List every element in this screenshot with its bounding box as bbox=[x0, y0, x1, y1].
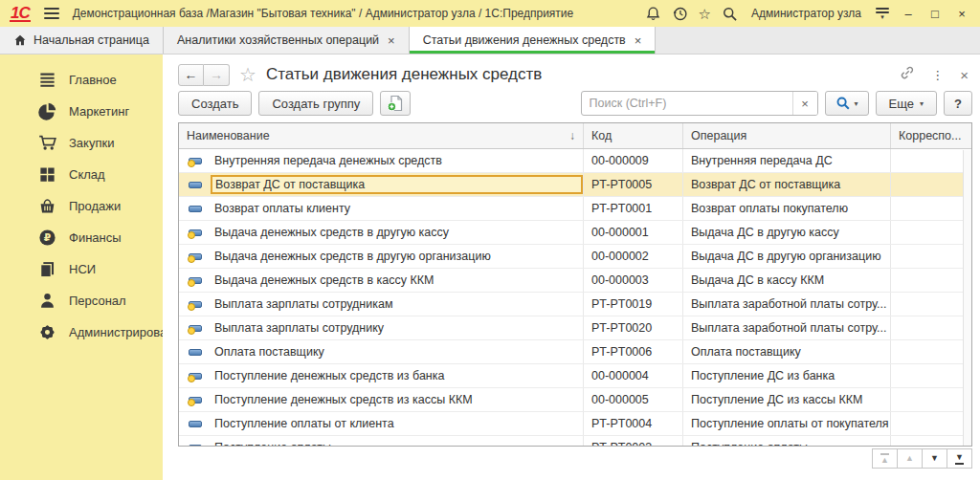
table-row[interactable]: Выплата зарплаты сотруднику PT-PT0020 Вы… bbox=[179, 316, 971, 340]
sidebar-item-finance[interactable]: ₽ Финансы bbox=[0, 222, 163, 253]
service-menu-icon[interactable]: ▾ bbox=[875, 8, 890, 19]
column-header-correspondence[interactable]: Корреспо... bbox=[891, 123, 971, 148]
table-row-selected[interactable]: Возврат ДС от поставщика PT-PT0005 Возвр… bbox=[179, 173, 971, 197]
item-name: Возврат оплаты клиенту bbox=[211, 200, 583, 217]
create-by-copy-button[interactable] bbox=[380, 91, 411, 116]
forward-button[interactable]: → bbox=[204, 64, 230, 86]
item-code: PT-PT0005 bbox=[584, 173, 683, 196]
sidebar-item-nsi[interactable]: НСИ bbox=[0, 253, 163, 285]
more-button[interactable]: Еще ▾ bbox=[876, 91, 937, 116]
name-cell: Выдача денежных средств в другую организ… bbox=[179, 245, 584, 268]
catalog-item-icon bbox=[189, 206, 202, 212]
table-row[interactable]: Поступление оплаты PT-PT0003 Поступление… bbox=[179, 436, 971, 447]
sidebar-item-sales[interactable]: Продажи bbox=[0, 190, 163, 222]
name-cell: Выплата зарплаты сотрудникам bbox=[179, 293, 584, 316]
tab-home[interactable]: Начальная страница bbox=[0, 27, 164, 54]
scroll-down-button[interactable]: ▼ bbox=[922, 448, 947, 469]
table-row[interactable]: Оплата поставщику PT-PT0006 Оплата поста… bbox=[179, 340, 971, 364]
help-button[interactable]: ? bbox=[944, 91, 972, 116]
item-operation: Возврат оплаты покупателю bbox=[683, 197, 891, 220]
sidebar-item-main[interactable]: Главное bbox=[0, 64, 163, 96]
main-menu-icon[interactable] bbox=[44, 8, 59, 19]
sidebar-item-personnel[interactable]: Персонал bbox=[0, 285, 163, 316]
notifications-bell-icon[interactable] bbox=[645, 5, 662, 22]
catalog-item-icon bbox=[189, 325, 202, 332]
item-code: PT-PT0001 bbox=[584, 197, 683, 220]
back-button[interactable]: ← bbox=[178, 64, 204, 86]
name-cell: Поступление оплаты bbox=[179, 436, 584, 447]
clear-search-icon[interactable]: × bbox=[792, 92, 817, 115]
sidebar-item-warehouse[interactable]: Склад bbox=[0, 159, 163, 190]
item-operation: Поступление оплаты от покупателя bbox=[683, 412, 891, 435]
person-icon bbox=[38, 292, 56, 310]
chevron-down-icon: ▾ bbox=[920, 99, 924, 108]
table-row[interactable]: Выплата зарплаты сотрудникам PT-PT0019 В… bbox=[179, 293, 971, 316]
maximize-button[interactable]: □ bbox=[926, 7, 944, 21]
sidebar-item-administration[interactable]: Администрирование bbox=[0, 316, 163, 348]
close-tab-icon[interactable]: × bbox=[635, 33, 642, 48]
sidebar-item-label: Закупки bbox=[69, 136, 114, 150]
table-row[interactable]: Поступление денежных средств из кассы КК… bbox=[179, 388, 971, 412]
tab-cash-flow-items[interactable]: Статьи движения денежных средств × bbox=[410, 27, 657, 54]
get-link-icon[interactable] bbox=[900, 65, 915, 84]
close-window-button[interactable]: × bbox=[953, 7, 970, 21]
item-operation: Выдача ДС в другую кассу bbox=[683, 221, 891, 244]
favorite-star-icon[interactable]: ☆ bbox=[239, 65, 256, 84]
history-icon[interactable] bbox=[672, 5, 689, 22]
item-name: Выдача денежных средств в кассу ККМ bbox=[211, 272, 583, 289]
item-operation: Выдача ДС в кассу ККМ bbox=[683, 269, 891, 292]
minimize-button[interactable]: – bbox=[900, 7, 917, 21]
chevron-down-icon: ▾ bbox=[855, 99, 858, 108]
vertical-scrollbar[interactable] bbox=[963, 150, 971, 446]
sidebar-item-label: Финансы bbox=[69, 230, 122, 245]
item-correspondence bbox=[891, 316, 971, 339]
favorites-star-icon[interactable]: ☆ bbox=[699, 7, 711, 21]
column-header-operation[interactable]: Операция bbox=[683, 123, 891, 148]
table-row[interactable]: Внутренняя передача денежных средств 00-… bbox=[179, 149, 971, 173]
table-row[interactable]: Поступление денежных средств из банка 00… bbox=[179, 364, 971, 388]
section-sidebar: Главное Маркетинг Закупки Склад Продажи … bbox=[0, 55, 163, 480]
current-user[interactable]: Администратор узла bbox=[751, 7, 861, 20]
search-settings-button[interactable]: ▾ bbox=[825, 91, 869, 116]
scroll-to-bottom-button[interactable]: ▼ bbox=[947, 448, 972, 469]
table-row[interactable]: Выдача денежных средств в другую кассу 0… bbox=[179, 221, 971, 245]
item-operation: Оплата поставщику bbox=[683, 340, 891, 363]
create-group-button[interactable]: Создать группу bbox=[258, 91, 373, 116]
close-form-icon[interactable]: × bbox=[960, 67, 969, 83]
table-header: Наименование ↓ Код Операция Корреспо... bbox=[179, 123, 971, 149]
table-row[interactable]: Выдача денежных средств в другую организ… bbox=[179, 245, 971, 269]
item-correspondence bbox=[891, 245, 971, 268]
table-row[interactable]: Возврат оплаты клиенту PT-PT0001 Возврат… bbox=[179, 197, 971, 221]
catalog-item-icon bbox=[189, 445, 202, 447]
catalog-item-icon bbox=[189, 301, 202, 308]
sidebar-item-purchases[interactable]: Закупки bbox=[0, 127, 163, 159]
search-input[interactable] bbox=[582, 97, 792, 110]
search-box: × bbox=[581, 91, 818, 116]
partial-row-clip: Поступление оплаты PT-PT0003 Поступление… bbox=[179, 436, 971, 447]
close-tab-icon[interactable]: × bbox=[388, 33, 395, 48]
item-correspondence bbox=[891, 364, 971, 387]
name-cell: Поступление денежных средств из банка bbox=[179, 364, 584, 387]
global-search-icon[interactable] bbox=[721, 5, 738, 22]
column-header-name[interactable]: Наименование ↓ bbox=[179, 123, 584, 148]
item-code: PT-PT0019 bbox=[584, 293, 683, 316]
catalog-item-icon bbox=[189, 229, 202, 236]
sidebar-item-marketing[interactable]: Маркетинг bbox=[0, 96, 163, 127]
column-header-code[interactable]: Код bbox=[584, 123, 683, 148]
tab-analytics[interactable]: Аналитики хозяйственных операций × bbox=[164, 27, 410, 54]
basket-icon bbox=[38, 197, 56, 215]
form-actions: ⋮ × bbox=[900, 65, 969, 84]
item-name: Выдача денежных средств в другую кассу bbox=[211, 224, 583, 241]
item-name: Выдача денежных средств в другую организ… bbox=[211, 248, 583, 265]
item-code: PT-PT0004 bbox=[584, 412, 683, 435]
scroll-to-top-button[interactable]: ▲ bbox=[872, 448, 898, 469]
scroll-up-button[interactable]: ▲ bbox=[897, 448, 923, 469]
more-actions-icon[interactable]: ⋮ bbox=[931, 68, 944, 82]
page-title: Статьи движения денежных средств bbox=[266, 65, 542, 84]
create-button[interactable]: Создать bbox=[178, 91, 252, 116]
table-row[interactable]: Выдача денежных средств в кассу ККМ 00-0… bbox=[179, 269, 971, 293]
ruble-icon: ₽ bbox=[38, 229, 56, 247]
item-correspondence bbox=[891, 269, 971, 292]
name-cell: Выплата зарплаты сотруднику bbox=[179, 316, 584, 339]
table-row[interactable]: Поступление оплаты от клиента PT-PT0004 … bbox=[179, 412, 971, 436]
